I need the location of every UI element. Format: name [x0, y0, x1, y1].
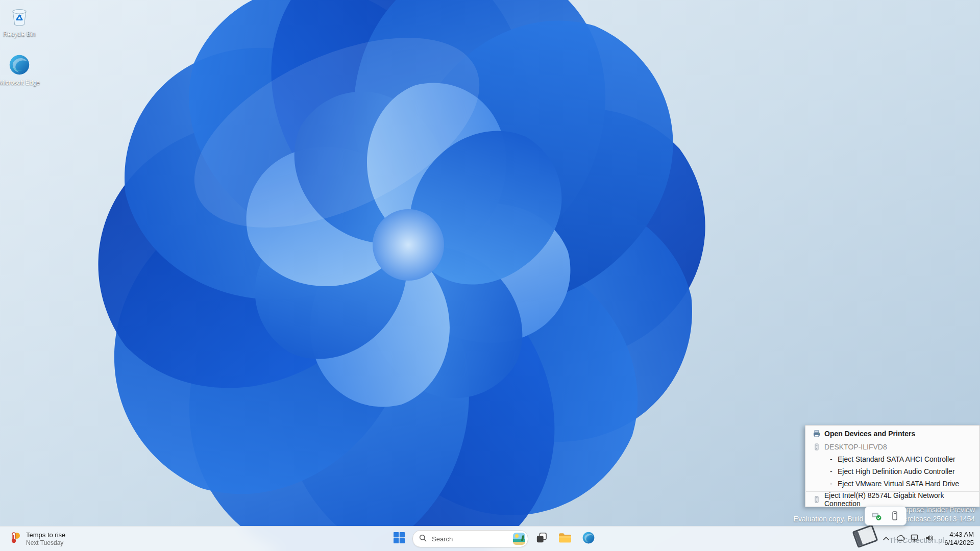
safely-remove-hardware-menu: Open Devices and Printers DESKTOP-ILIFVD…	[805, 425, 980, 507]
search-box[interactable]	[412, 530, 528, 547]
hidden-icons-button[interactable]	[879, 529, 893, 549]
task-view-button[interactable]	[531, 529, 552, 549]
bullet-dash: -	[830, 467, 835, 475]
chevron-up-icon	[883, 534, 890, 543]
bullet-dash: -	[830, 455, 835, 463]
taskbar: TheCollection.pl Temps to rise Next Tues…	[0, 526, 980, 551]
search-highlights-icon[interactable]	[513, 533, 525, 545]
menu-item-label: Open Devices and Printers	[824, 430, 915, 438]
menu-item-eject-intel-network[interactable]: Eject Intel(R) 82574L Gigabit Network Co…	[805, 493, 979, 506]
edge-icon	[582, 531, 595, 546]
weather-widget[interactable]: Temps to rise Next Tuesday	[2, 527, 71, 551]
safely-remove-hardware-icon[interactable]	[870, 510, 883, 522]
system-tray: 4:43 AM 6/14/2025	[879, 527, 978, 551]
menu-item-open-devices-and-printers[interactable]: Open Devices and Printers	[805, 427, 979, 441]
network-device-icon	[812, 496, 822, 503]
volume-tray-button[interactable]	[922, 529, 936, 549]
file-explorer-button[interactable]	[555, 529, 575, 549]
start-button[interactable]	[389, 529, 409, 549]
folder-icon	[558, 532, 572, 545]
taskbar-center	[389, 527, 599, 551]
book-watermark-icon	[849, 522, 881, 551]
bullet-dash: -	[830, 480, 835, 488]
drive-device-icon	[812, 443, 822, 450]
thermometer-icon	[8, 531, 21, 546]
onedrive-tray-button[interactable]	[893, 529, 908, 549]
desktop-icon-label: Recycle Bin	[3, 31, 35, 38]
devices-and-printers-icon	[812, 430, 822, 438]
cloud-icon	[896, 534, 905, 543]
menu-item-label: Eject High Definition Audio Controller	[838, 467, 955, 475]
menu-item-eject-vmware-sata[interactable]: - Eject VMware Virtual SATA Hard Drive	[805, 478, 979, 490]
clock-time: 4:43 AM	[944, 531, 974, 539]
menu-item-label: Eject VMware Virtual SATA Hard Drive	[838, 480, 959, 488]
menu-item-label: Eject Intel(R) 82574L Gigabit Network Co…	[824, 491, 979, 508]
edge-taskbar-button[interactable]	[578, 529, 599, 549]
weather-headline: Temps to rise	[26, 531, 65, 539]
desktop-icon-recycle-bin[interactable]: Recycle Bin	[0, 5, 42, 38]
menu-item-label: Eject Standard SATA AHCI Controller	[838, 455, 955, 463]
search-input[interactable]	[431, 535, 509, 543]
search-icon	[419, 534, 427, 544]
usb-device-icon[interactable]	[889, 510, 901, 522]
speaker-icon	[925, 534, 934, 544]
hidden-icons-flyout	[865, 506, 906, 525]
network-tray-button[interactable]	[908, 529, 922, 549]
desktop-icon-label: Microsoft Edge	[0, 79, 40, 86]
clock-date: 6/14/2025	[944, 539, 974, 547]
device-group-row: DESKTOP-ILIFVD8	[805, 441, 979, 453]
windows-logo-icon	[394, 532, 405, 545]
menu-item-eject-hd-audio[interactable]: - Eject High Definition Audio Controller	[805, 465, 979, 478]
menu-item-eject-sata-ahci[interactable]: - Eject Standard SATA AHCI Controller	[805, 453, 979, 465]
task-view-icon	[536, 532, 547, 545]
desktop-icon-microsoft-edge[interactable]: Microsoft Edge	[0, 54, 42, 86]
clock[interactable]: 4:43 AM 6/14/2025	[940, 529, 978, 549]
ethernet-network-icon	[911, 534, 919, 544]
edge-icon	[8, 54, 31, 78]
recycle-bin-icon	[8, 5, 31, 30]
device-group-label: DESKTOP-ILIFVD8	[824, 443, 887, 451]
weather-subline: Next Tuesday	[26, 539, 65, 546]
